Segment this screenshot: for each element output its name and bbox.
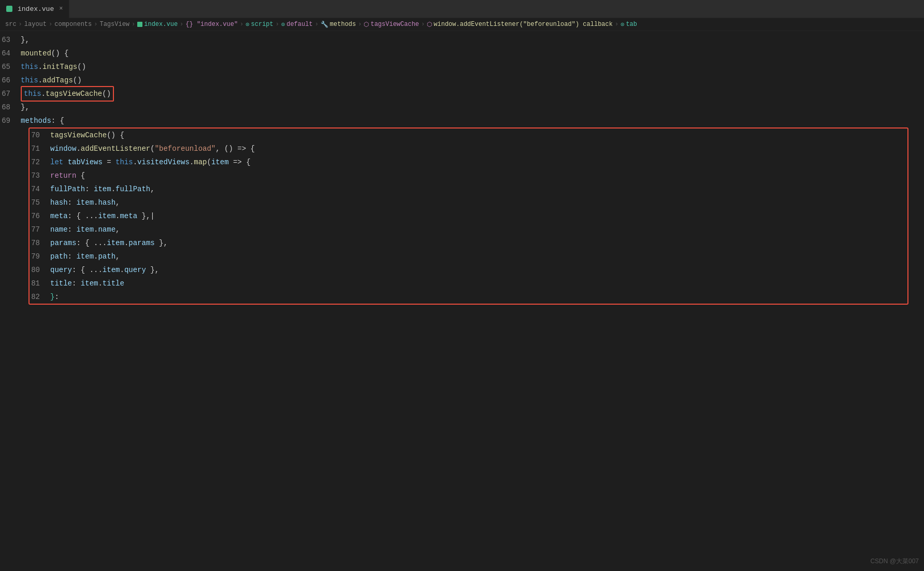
- line-78: 78 params: { ...item.params },: [30, 236, 907, 250]
- line-74: 74 fullPath: item.fullPath,: [30, 182, 907, 196]
- line-code-69: methods: {: [21, 114, 924, 127]
- bc-beforeunload: ⬡ window.addEventListener("beforeunload"…: [427, 21, 613, 28]
- bc-components: components: [54, 21, 92, 28]
- bc-tagsviewcache: ⬡ tagsViewCache: [364, 21, 419, 28]
- line-num-82: 82: [30, 290, 50, 304]
- line-num-70: 70: [30, 129, 50, 142]
- line-num-69: 69: [0, 114, 21, 127]
- line-code-63: },: [21, 33, 924, 47]
- line-num-67: 67: [0, 87, 21, 101]
- line-72: 72 let tabViews = this.visitedViews.map(…: [30, 155, 907, 169]
- line-code-64: mounted() {: [21, 47, 924, 60]
- code-lines: 63 }, 64 mounted() { 65 this.initTags() …: [0, 31, 924, 305]
- line-num-79: 79: [30, 250, 50, 263]
- line-68: 68 },: [0, 101, 924, 114]
- line-65: 65 this.initTags(): [0, 60, 924, 74]
- line-63: 63 },: [0, 33, 924, 47]
- line-num-76: 76: [30, 209, 50, 223]
- line-num-63: 63: [0, 33, 21, 47]
- line-code-75: hash: item.hash,: [50, 196, 907, 209]
- line-70: 70 tagsViewCache() {: [30, 129, 907, 142]
- line-code-66: this.addTags(): [21, 74, 924, 87]
- vue-file-icon: [6, 6, 12, 12]
- inline-highlight-67: this.tagsViewCache(): [21, 86, 114, 102]
- line-76: 76 meta: { ...item.meta },|: [30, 209, 907, 223]
- line-80: 80 query: { ...item.query },: [30, 263, 907, 277]
- line-code-70: tagsViewCache() {: [50, 129, 907, 142]
- line-code-72: let tabViews = this.visitedViews.map(ite…: [50, 155, 907, 169]
- line-77: 77 name: item.name,: [30, 223, 907, 236]
- line-num-77: 77: [30, 223, 50, 236]
- line-num-64: 64: [0, 47, 21, 60]
- line-75: 75 hash: item.hash,: [30, 196, 907, 209]
- bc-tab: ⊙ tab: [620, 21, 637, 28]
- tab-filename: index.vue: [18, 5, 54, 13]
- line-code-77: name: item.name,: [50, 223, 907, 236]
- breadcrumb: src › layout › components › TagsView › i…: [0, 18, 924, 31]
- bc-methods: 🔧 methods: [321, 21, 356, 28]
- line-num-66: 66: [0, 74, 21, 87]
- line-num-74: 74: [30, 182, 50, 196]
- line-num-68: 68: [0, 101, 21, 114]
- line-code-78: params: { ...item.params },: [50, 236, 907, 250]
- bc-script: ⊙ script: [246, 21, 273, 28]
- line-code-79: path: item.path,: [50, 250, 907, 263]
- line-code-80: query: { ...item.query },: [50, 263, 907, 277]
- line-67: 67 this.tagsViewCache(): [0, 87, 924, 101]
- line-num-65: 65: [0, 60, 21, 74]
- line-81: 81 title: item.title: [30, 277, 907, 290]
- line-num-81: 81: [30, 277, 50, 290]
- line-71: 71 window.addEventListener("beforeunload…: [30, 142, 907, 155]
- bc-indexvue: index.vue: [137, 21, 178, 28]
- line-code-73: return {: [50, 169, 907, 182]
- tab-item-index-vue[interactable]: index.vue ×: [0, 0, 69, 18]
- watermark: CSDN @大菜007: [870, 557, 919, 566]
- line-73: 73 return {: [30, 169, 907, 182]
- red-block: 70 tagsViewCache() { 71 window.addEventL…: [28, 127, 908, 305]
- line-code-74: fullPath: item.fullPath,: [50, 182, 907, 196]
- bc-layout: layout: [24, 21, 47, 28]
- line-num-72: 72: [30, 155, 50, 169]
- line-num-75: 75: [30, 196, 50, 209]
- line-code-65: this.initTags(): [21, 60, 924, 74]
- line-num-78: 78: [30, 236, 50, 250]
- line-num-80: 80: [30, 263, 50, 277]
- tab-bar: index.vue ×: [0, 0, 924, 18]
- line-69: 69 methods: {: [0, 114, 924, 127]
- line-66: 66 this.addTags(): [0, 74, 924, 87]
- bc-default: ⊙ default: [281, 21, 313, 28]
- line-64: 64 mounted() {: [0, 47, 924, 60]
- bc-tagsview: TagsView: [99, 21, 129, 28]
- line-79: 79 path: item.path,: [30, 250, 907, 263]
- line-num-71: 71: [30, 142, 50, 155]
- line-code-81: title: item.title: [50, 277, 907, 290]
- tab-close-button[interactable]: ×: [59, 5, 63, 12]
- line-code-76: meta: { ...item.meta },|: [50, 209, 907, 223]
- line-code-67: this.tagsViewCache(): [21, 87, 924, 101]
- bc-indexvue-obj: {} "index.vue": [185, 21, 238, 28]
- bc-src: src: [5, 21, 17, 28]
- line-82: 82 }:: [30, 290, 907, 304]
- line-code-82: }:: [50, 290, 907, 304]
- line-code-71: window.addEventListener("beforeunload", …: [50, 142, 907, 155]
- vue-breadcrumb-icon: [137, 22, 142, 27]
- line-num-73: 73: [30, 169, 50, 182]
- line-code-68: },: [21, 101, 924, 114]
- editor: 63 }, 64 mounted() { 65 this.initTags() …: [0, 31, 924, 571]
